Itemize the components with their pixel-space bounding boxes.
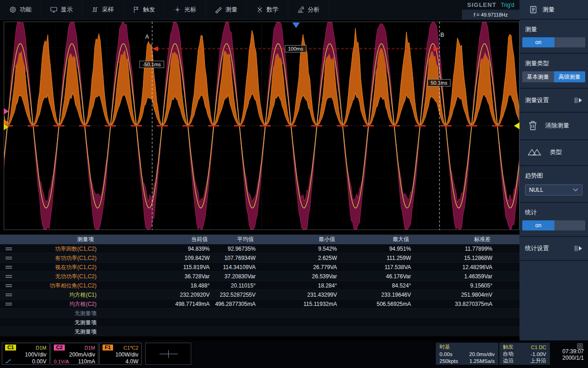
menu-item-label: 功能	[20, 6, 32, 14]
clipboard-icon	[530, 6, 537, 14]
cell-min: 2.625W	[257, 253, 339, 262]
chevron-down-icon	[573, 188, 578, 192]
menu-item-label: 光标	[184, 6, 196, 14]
cursor-a-time-tag[interactable]: -50.1ms	[139, 61, 164, 68]
measure-settings-button[interactable]: 测量设置	[519, 89, 588, 113]
advanced-measure-button[interactable]: 高级测量	[554, 71, 586, 82]
statistics-settings-label: 统计设置	[525, 244, 549, 253]
trash-icon	[528, 120, 538, 131]
table-body: 功率因数(C1,C2) 94.839% 92.96735% 9.542% 94.…	[0, 244, 519, 336]
trigger-position-marker[interactable]	[292, 23, 300, 28]
clock-date: 2000/1/1	[551, 355, 584, 361]
menu-item-function[interactable]: 功能	[0, 0, 41, 19]
measure-type-section: 测量类型 基本测量 高级测量	[519, 54, 588, 89]
col-header-max: 最大值	[339, 235, 413, 244]
clear-measure-button[interactable]: 清除测量	[519, 113, 588, 140]
measure-name: 无测量项	[0, 309, 106, 317]
table-row[interactable]: 有功功率(C1,C2) 109.842W 107.76934W 2.625W 1…	[0, 253, 519, 263]
c1-offset: 0.00V	[32, 358, 46, 365]
cell-stddev: 11.77899%	[413, 244, 494, 253]
measure-on-toggle[interactable]: on	[522, 37, 585, 47]
measure-name: 无测量项	[0, 318, 106, 327]
menu-item-label: 分析	[308, 6, 320, 14]
frequency-readout: f = 49.97118Hz	[462, 10, 519, 20]
table-row[interactable]: 无测量项	[0, 318, 519, 327]
table-row[interactable]: 视在功率(C1,C2) 115.819VA 114.34109VA 26.779…	[0, 263, 519, 272]
menu-item-label: 测量	[225, 6, 237, 14]
gear-icon	[9, 6, 17, 13]
cell-stddev: 15.12868W	[413, 253, 494, 262]
statistics-settings-button[interactable]: 统计设置	[519, 237, 588, 261]
table-header: 测量项 当前值 平均值 最小值 最大值 标准差	[0, 235, 519, 244]
menu-item-math[interactable]: 数学	[247, 0, 288, 19]
trigger-flag-icon	[132, 6, 140, 13]
cell-stddev: 33.8270375mA	[413, 299, 494, 308]
cell-stddev: 1.46359Var	[413, 272, 494, 281]
sidebar-title: 测量	[542, 6, 554, 14]
oscilloscope-screen: 功能 显示 采样 触发 光标 测量 数学 分析	[0, 0, 588, 368]
statistics-section: 统计 on	[519, 203, 588, 237]
table-row[interactable]: 功率因数(C1,C2) 94.839% 92.96735% 9.542% 94.…	[0, 244, 519, 253]
table-row[interactable]: 无测量项	[0, 327, 519, 336]
stat-dash-icon	[6, 247, 12, 250]
display-icon	[50, 6, 57, 13]
c1-coupling: D1M	[36, 345, 46, 351]
stat-dash-icon	[6, 284, 12, 287]
menu-item-analysis[interactable]: 分析	[288, 0, 330, 19]
stat-dash-icon	[6, 266, 12, 269]
cell-stddev	[413, 327, 494, 336]
cell-current: 109.842W	[106, 253, 211, 262]
timebase-box[interactable]: 时基 0.00s 20.0ms/div 250kpts 1.25MSa/s	[436, 343, 498, 365]
f1-offset: 4.0W	[126, 358, 138, 365]
math-f1-box[interactable]: F1 C1*C2 100W/div 4.0W	[99, 343, 142, 365]
analysis-icon	[297, 6, 304, 13]
trend-dropdown[interactable]: NULL	[525, 184, 582, 196]
measure-on-state: on	[522, 37, 554, 47]
cell-max: 117.538VA	[339, 263, 413, 271]
menu-item-display[interactable]: 显示	[41, 0, 83, 19]
waveform-type-icon	[528, 148, 542, 157]
measure-settings-label: 测量设置	[525, 96, 549, 104]
cell-mean	[211, 318, 257, 327]
cell-mean: 496.2877305mA	[211, 299, 257, 308]
col-header-min: 最小值	[257, 235, 339, 244]
basic-measure-button[interactable]: 基本测量	[522, 71, 554, 82]
measure-name: 视在功率(C1,C2)	[0, 263, 106, 271]
table-row[interactable]: 无测量项	[0, 309, 519, 318]
side-panel-icon	[574, 97, 582, 104]
measure-name: 均方根(C1)	[0, 290, 106, 299]
waveform-display[interactable]: A B -50.1ms 50.1ms 100ms	[4, 22, 519, 230]
cell-min: 9.542%	[257, 244, 339, 253]
add-channel-box[interactable]	[145, 343, 191, 365]
channel2-box[interactable]: C2 D1M 200mA/div 0.1V/A 110mA	[51, 343, 98, 365]
type-label: 类型	[550, 148, 562, 156]
type-button[interactable]: 类型	[519, 140, 588, 166]
menu-item-label: 触发	[143, 6, 155, 14]
menu-item-measure[interactable]: 测量	[206, 0, 247, 19]
cell-stddev: 251.9804mV	[413, 290, 494, 299]
cursor-a-label: A	[145, 34, 149, 40]
measure-ruler-icon	[215, 6, 222, 13]
trigger-status: Trig'd	[501, 2, 514, 8]
trigger-level-marker[interactable]	[514, 122, 519, 129]
table-row[interactable]: 功率相位角(C1,C2) 18.488° 20.11015° 18.284° 8…	[0, 281, 519, 290]
cursor-b-time-tag[interactable]: 50.1ms	[428, 79, 451, 86]
cell-mean: 232.5287255V	[211, 290, 257, 299]
trigger-box[interactable]: 触发 C1 DC 自动 -1.00V 边沿 上升沿	[499, 343, 550, 365]
menu-item-trigger[interactable]: 触发	[124, 0, 165, 19]
statistics-on-toggle[interactable]: on	[522, 220, 585, 230]
cell-min: 26.539Var	[257, 272, 339, 281]
waveform-canvas	[4, 22, 519, 230]
table-row[interactable]: 均方根(C1) 232.20920V 232.5287255V 231.4329…	[0, 290, 519, 299]
channel1-box[interactable]: C1 D1M 100V/div 0.00V	[2, 343, 50, 365]
table-row[interactable]: 无功功率(C1,C2) 36.728Var 37.20830Var 26.539…	[0, 272, 519, 281]
menu-item-sampling[interactable]: 采样	[82, 0, 124, 19]
timebase-delay: 0.00s	[440, 351, 452, 357]
stat-dash-icon	[6, 257, 12, 259]
clock-box[interactable]: 07:39:07 2000/1/1	[551, 342, 586, 367]
table-row[interactable]: 均方根(C2) 498.77149mA 496.2877305mA 115.11…	[0, 299, 519, 309]
menu-item-cursor[interactable]: 光标	[165, 0, 206, 19]
side-panel-icon	[574, 245, 582, 252]
cell-max	[339, 327, 413, 336]
bottom-status-bar: C1 D1M 100V/div 0.00V C2 D1M 200mA/div 0…	[0, 340, 588, 368]
